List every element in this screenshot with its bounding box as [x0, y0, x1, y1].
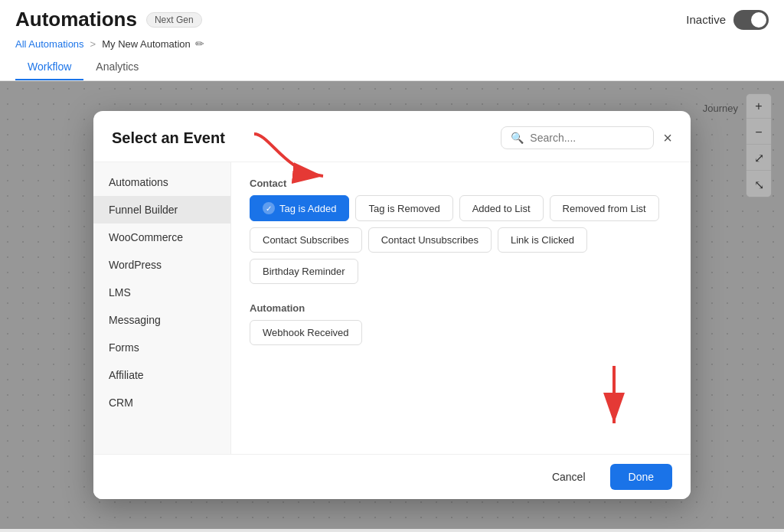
event-tag-is-removed[interactable]: Tag is Removed	[355, 195, 452, 221]
automation-section: Automation Webhook Received	[250, 302, 672, 345]
tab-analytics[interactable]: Analytics	[83, 54, 151, 80]
done-button[interactable]: Done	[610, 464, 672, 490]
footer-spacer	[250, 357, 672, 403]
sidebar-item-crm[interactable]: CRM	[93, 389, 230, 416]
modal-main: Contact ✓ Tag is Added Tag is Removed Ad…	[231, 162, 691, 499]
search-box: 🔍	[501, 126, 654, 149]
status-toggle[interactable]	[733, 10, 769, 30]
event-added-to-list[interactable]: Added to List	[459, 195, 544, 221]
automation-section-label: Automation	[250, 302, 672, 314]
automation-events: Webhook Received	[250, 320, 672, 345]
sidebar-item-lms[interactable]: LMS	[93, 279, 230, 306]
contact-events: ✓ Tag is Added Tag is Removed Added to L…	[250, 195, 672, 221]
event-link-is-clicked[interactable]: Link is Clicked	[498, 227, 587, 253]
event-contact-subscribes[interactable]: Contact Subscribes	[250, 227, 362, 253]
sidebar-item-forms[interactable]: Forms	[93, 334, 230, 361]
main-content: + − ⤢ ⤡ Journey	[0, 81, 784, 529]
event-webhook-received[interactable]: Webhook Received	[250, 320, 362, 345]
sidebar-item-affiliate[interactable]: Affiliate	[93, 361, 230, 389]
sidebar-item-messaging[interactable]: Messaging	[93, 306, 230, 334]
tab-workflow[interactable]: Workflow	[15, 54, 83, 80]
top-bar-row1: Automations Next Gen Inactive	[15, 8, 769, 31]
next-gen-badge: Next Gen	[146, 12, 202, 28]
close-button[interactable]: ×	[663, 130, 672, 145]
contact-section: Contact ✓ Tag is Added Tag is Removed Ad…	[250, 178, 672, 284]
status-label: Inactive	[686, 13, 726, 26]
modal-header-right: 🔍 ×	[501, 126, 672, 149]
event-removed-from-list[interactable]: Removed from List	[550, 195, 659, 221]
sidebar-item-woocommerce[interactable]: WooCommerce	[93, 224, 230, 251]
page-title: Automations	[15, 8, 137, 31]
event-birthday-reminder[interactable]: Birthday Reminder	[250, 259, 358, 284]
top-bar: Automations Next Gen Inactive All Automa…	[0, 0, 784, 81]
cancel-button[interactable]: Cancel	[537, 464, 601, 490]
check-icon: ✓	[263, 202, 275, 214]
contact-events-row2: Contact Subscribes Contact Unsubscribes …	[250, 227, 672, 253]
sidebar-item-funnel-builder[interactable]: Funnel Builder	[93, 196, 230, 224]
breadcrumb-separator: >	[90, 38, 96, 50]
tabs-row: Workflow Analytics	[15, 54, 769, 80]
inactive-area: Inactive	[686, 10, 769, 30]
sidebar-item-wordpress[interactable]: WordPress	[93, 251, 230, 279]
contact-section-label: Contact	[250, 178, 672, 189]
modal-title: Select an Event	[112, 129, 225, 147]
modal-footer: Cancel Done	[93, 454, 691, 499]
search-icon: 🔍	[511, 132, 524, 144]
modal-body: Automations Funnel Builder WooCommerce W…	[93, 162, 691, 499]
modal-sidebar: Automations Funnel Builder WooCommerce W…	[93, 162, 231, 499]
search-input[interactable]	[530, 132, 644, 144]
event-contact-unsubscribes[interactable]: Contact Unsubscribes	[368, 227, 492, 253]
breadcrumb-parent[interactable]: All Automations	[15, 38, 84, 50]
modal-overlay: Select an Event 🔍 × Automations Funnel B…	[0, 81, 784, 529]
breadcrumb: All Automations > My New Automation ✏	[15, 38, 769, 54]
sidebar-item-automations[interactable]: Automations	[93, 168, 230, 196]
modal: Select an Event 🔍 × Automations Funnel B…	[93, 111, 691, 499]
contact-events-row3: Birthday Reminder	[250, 259, 672, 284]
modal-header: Select an Event 🔍 ×	[93, 111, 691, 162]
event-tag-is-added[interactable]: ✓ Tag is Added	[250, 195, 349, 221]
breadcrumb-current: My New Automation ✏	[102, 38, 204, 50]
edit-icon[interactable]: ✏	[195, 38, 204, 50]
title-area: Automations Next Gen	[15, 8, 202, 31]
